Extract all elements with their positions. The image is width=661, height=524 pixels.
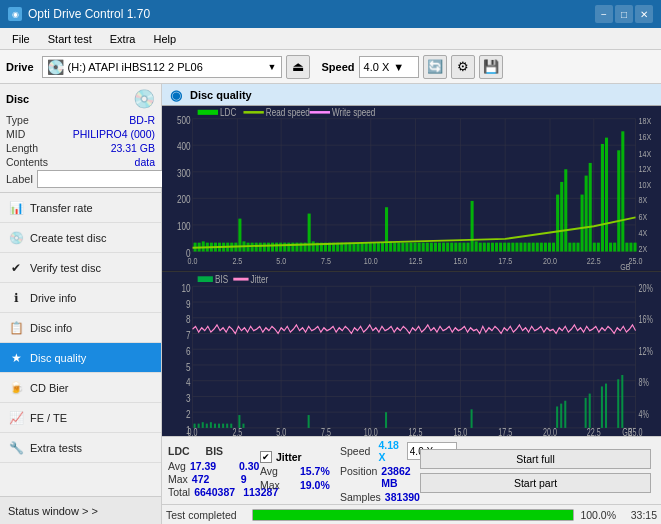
svg-rect-91 bbox=[381, 243, 384, 252]
jitter-max-label: Max bbox=[260, 479, 296, 491]
svg-text:17.5: 17.5 bbox=[498, 427, 512, 436]
avg-label: Avg bbox=[168, 460, 186, 472]
eject-button[interactable]: ⏏ bbox=[286, 55, 310, 79]
svg-rect-224 bbox=[556, 406, 558, 427]
svg-rect-110 bbox=[458, 243, 461, 252]
svg-text:2: 2 bbox=[186, 407, 191, 420]
svg-rect-130 bbox=[540, 243, 543, 252]
svg-rect-115 bbox=[479, 243, 482, 252]
svg-rect-151 bbox=[625, 243, 628, 252]
maximize-button[interactable]: □ bbox=[615, 5, 633, 23]
svg-text:15.0: 15.0 bbox=[453, 427, 467, 436]
svg-rect-120 bbox=[499, 243, 502, 252]
disc-header: Disc 💿 bbox=[6, 88, 155, 110]
sidebar-item-fe-te[interactable]: 📈 FE / TE bbox=[0, 403, 161, 433]
status-window-label: Status window > > bbox=[8, 505, 98, 517]
svg-rect-111 bbox=[462, 243, 465, 252]
chart-top: 500 400 300 200 100 0 18X 16X 14X 12X 10… bbox=[162, 106, 661, 272]
disc-mid-row: MID PHILIPRO4 (000) bbox=[6, 128, 155, 140]
svg-text:8X: 8X bbox=[639, 196, 648, 206]
chart-header-icon: ◉ bbox=[170, 87, 182, 103]
disc-type-label: Type bbox=[6, 114, 29, 126]
svg-rect-108 bbox=[450, 243, 453, 252]
svg-rect-121 bbox=[503, 243, 506, 252]
svg-rect-222 bbox=[385, 412, 387, 428]
svg-text:14X: 14X bbox=[639, 149, 652, 159]
sidebar-label-transfer-rate: Transfer rate bbox=[30, 202, 93, 214]
drive-select[interactable]: 💽 (H:) ATAPI iHBS112 2 PL06 ▼ bbox=[42, 56, 282, 78]
extra-tests-icon: 🔧 bbox=[8, 440, 24, 456]
speed-row: Speed 4.18 X 4.0 X ▼ bbox=[340, 439, 416, 463]
sidebar-item-create-test-disc[interactable]: 💿 Create test disc bbox=[0, 223, 161, 253]
svg-rect-109 bbox=[454, 243, 457, 252]
svg-rect-113 bbox=[471, 201, 474, 252]
svg-text:12.5: 12.5 bbox=[409, 427, 423, 436]
sidebar-item-disc-quality[interactable]: ★ Disc quality bbox=[0, 343, 161, 373]
svg-rect-114 bbox=[475, 241, 478, 251]
start-part-button[interactable]: Start part bbox=[420, 473, 651, 493]
menu-extra[interactable]: Extra bbox=[102, 31, 144, 47]
speed-label: Speed bbox=[322, 61, 355, 73]
sidebar-item-cd-bier[interactable]: 🍺 CD Bier bbox=[0, 373, 161, 403]
svg-text:15.0: 15.0 bbox=[453, 256, 467, 266]
menu-help[interactable]: Help bbox=[145, 31, 184, 47]
svg-rect-116 bbox=[483, 243, 486, 252]
svg-text:BIS: BIS bbox=[215, 273, 228, 286]
sidebar-item-extra-tests[interactable]: 🔧 Extra tests bbox=[0, 433, 161, 463]
svg-rect-147 bbox=[609, 243, 612, 252]
minimize-button[interactable]: − bbox=[595, 5, 613, 23]
speed-select[interactable]: 4.0 X ▼ bbox=[359, 56, 419, 78]
menu-start-test[interactable]: Start test bbox=[40, 31, 100, 47]
svg-rect-126 bbox=[524, 243, 527, 252]
disc-label-input[interactable] bbox=[37, 170, 170, 188]
sidebar-item-disc-info[interactable]: 📋 Disc info bbox=[0, 313, 161, 343]
stats-bar: LDC BIS Avg 17.39 0.30 Max 472 9 Total 6… bbox=[162, 436, 661, 504]
sidebar-item-drive-info[interactable]: ℹ Drive info bbox=[0, 283, 161, 313]
jitter-avg-row: Avg 15.7% bbox=[260, 465, 332, 477]
svg-rect-153 bbox=[634, 243, 637, 252]
svg-rect-65 bbox=[275, 243, 278, 252]
svg-text:25.0: 25.0 bbox=[629, 256, 643, 266]
svg-rect-67 bbox=[283, 243, 286, 252]
svg-text:7.5: 7.5 bbox=[321, 427, 331, 436]
svg-rect-68 bbox=[287, 243, 290, 252]
disc-panel: Disc 💿 Type BD-R MID PHILIPRO4 (000) Len… bbox=[0, 84, 161, 193]
svg-rect-148 bbox=[613, 243, 616, 252]
jitter-section: ✔ Jitter Avg 15.7% Max 19.0% bbox=[260, 451, 332, 491]
content-area: ◉ Disc quality bbox=[162, 84, 661, 524]
menu-file[interactable]: File bbox=[4, 31, 38, 47]
jitter-checkbox[interactable]: ✔ bbox=[260, 451, 272, 463]
jitter-header-row: ✔ Jitter bbox=[260, 451, 332, 463]
refresh-button[interactable]: 🔄 bbox=[423, 55, 447, 79]
svg-rect-211 bbox=[202, 422, 204, 428]
chart-bottom-svg: 10 9 8 7 6 5 4 3 2 1 20% 16% 12% 8% 4% bbox=[162, 272, 661, 437]
svg-text:20%: 20% bbox=[639, 282, 653, 294]
settings-button[interactable]: ⚙ bbox=[451, 55, 475, 79]
svg-rect-144 bbox=[597, 243, 600, 252]
svg-text:10X: 10X bbox=[639, 181, 652, 191]
svg-rect-137 bbox=[568, 243, 571, 252]
titlebar-controls: − □ ✕ bbox=[595, 5, 653, 23]
save-button[interactable]: 💾 bbox=[479, 55, 503, 79]
start-full-button[interactable]: Start full bbox=[420, 449, 651, 469]
svg-text:3: 3 bbox=[186, 391, 191, 404]
svg-rect-215 bbox=[218, 423, 220, 427]
status-window-button[interactable]: Status window > > bbox=[0, 496, 161, 524]
sidebar-item-verify-test-disc[interactable]: ✔ Verify test disc bbox=[0, 253, 161, 283]
svg-text:6X: 6X bbox=[639, 212, 648, 222]
svg-rect-213 bbox=[210, 422, 212, 428]
disc-info-icon: 📋 bbox=[8, 320, 24, 336]
svg-rect-233 bbox=[198, 276, 213, 282]
svg-rect-228 bbox=[589, 393, 591, 427]
jitter-max-row: Max 19.0% bbox=[260, 479, 332, 491]
main-layout: Disc 💿 Type BD-R MID PHILIPRO4 (000) Len… bbox=[0, 84, 661, 524]
svg-text:17.5: 17.5 bbox=[498, 256, 512, 266]
svg-rect-74 bbox=[312, 241, 315, 251]
sidebar-item-transfer-rate[interactable]: 📊 Transfer rate bbox=[0, 193, 161, 223]
progress-fill bbox=[253, 510, 573, 520]
svg-rect-231 bbox=[617, 379, 619, 428]
svg-text:10: 10 bbox=[181, 281, 190, 294]
ldc-header: LDC bbox=[168, 445, 190, 457]
close-button[interactable]: ✕ bbox=[635, 5, 653, 23]
svg-rect-95 bbox=[397, 243, 400, 252]
